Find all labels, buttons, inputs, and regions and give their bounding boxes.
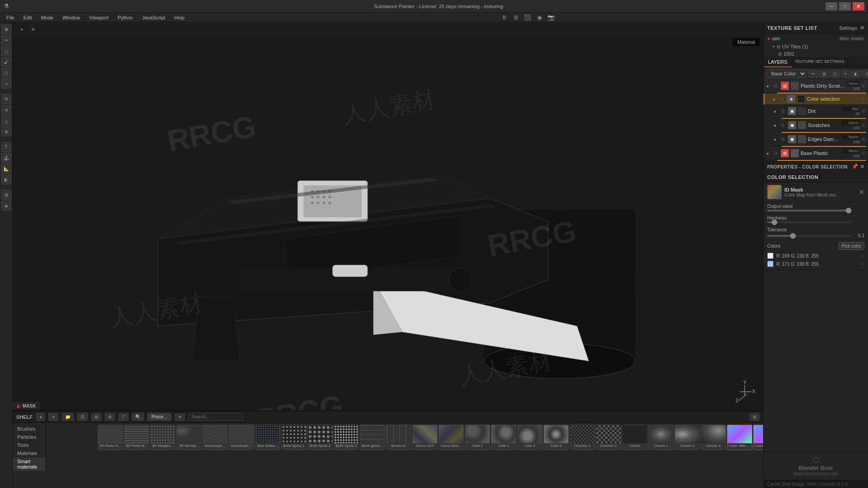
layer-eye-color-sel[interactable]: ●	[773, 97, 778, 102]
shelf-list-btn[interactable]: ☰	[77, 413, 88, 421]
layer-item-color-selection[interactable]: ● ⛓ ◈ Color selection ⊞	[764, 94, 868, 105]
shelf-item-21[interactable]: Clouds 1	[648, 425, 674, 450]
render-btn[interactable]: ◉	[534, 13, 544, 23]
tool-fill[interactable]: ⬡	[1, 68, 11, 78]
shelf-item-23[interactable]: Clouds 3	[701, 425, 726, 450]
tolerance-track[interactable]	[767, 235, 851, 237]
shelf-grid-view-btn[interactable]: ⊞	[750, 413, 760, 421]
add-layer-btn[interactable]: +	[841, 70, 850, 78]
menu-javascript[interactable]: JavaScript	[137, 14, 170, 21]
shelf-item-8[interactable]: BnW Spots 2	[307, 425, 333, 450]
shelf-item-20[interactable]: Circles	[622, 425, 647, 450]
shelf-expand-btn[interactable]: ◂	[36, 413, 45, 421]
menu-viewport[interactable]: Viewport	[85, 14, 113, 21]
menu-mode[interactable]: Mode	[37, 14, 58, 21]
shelf-cat-smart-materials[interactable]: Smart materials	[13, 457, 46, 471]
shelf-item-22[interactable]: Clouds 2	[675, 425, 700, 450]
shelf-item-11[interactable]: Bricks 01	[386, 425, 411, 450]
layer-item-base-plastic[interactable]: ● ⛓ ▤ Base Plastic Norm 100 ⊞	[764, 147, 868, 160]
color-swatch-2[interactable]	[767, 261, 774, 267]
layer-mask-btn[interactable]: ◐	[851, 70, 861, 78]
color-remove-2[interactable]: −	[862, 261, 864, 267]
shelf-item-14[interactable]: Cells 1	[465, 425, 490, 450]
properties-pin-btn[interactable]: 📌	[852, 164, 858, 170]
layer-eye-base[interactable]: ●	[766, 151, 772, 156]
shelf-grid-btn[interactable]: ⊞	[91, 413, 101, 421]
shelf-folder-btn[interactable]: 📁	[62, 413, 74, 421]
shelf-item-15[interactable]: Cells 2	[491, 425, 516, 450]
shelf-item-2[interactable]: 3D Simplex...	[150, 425, 175, 450]
shelf-bookmark-btn[interactable]: ⊕	[105, 413, 115, 421]
tool-clone[interactable]: ⧉	[1, 94, 11, 104]
color-swatch-1[interactable]	[767, 253, 774, 259]
shelf-tab-proce[interactable]: Proce...	[147, 413, 171, 421]
tab-texture-set-settings[interactable]: TEXTURE SET SETTINGS	[793, 57, 848, 67]
vp-back-btn[interactable]: ◂	[16, 24, 26, 34]
viewport-mode-label[interactable]: Material	[733, 38, 760, 46]
shelf-cat-particles[interactable]: Particles	[13, 433, 46, 441]
layer-item-edges-damages[interactable]: ● ⛓ ▣ Edges Damages Norm 100 ⊞	[764, 133, 868, 146]
layer-eye-scratches[interactable]: ●	[774, 123, 779, 128]
shelf-item-19[interactable]: Checker 2	[596, 425, 621, 450]
shelf-item-9[interactable]: BnW Spots 3	[334, 425, 359, 450]
vp-zoom-btn[interactable]: ⊕	[28, 24, 38, 34]
close-button[interactable]: ✕	[853, 2, 864, 10]
window-controls[interactable]: ─ □ ✕	[826, 2, 864, 10]
shelf-item-13[interactable]: Camo Woo...	[439, 425, 464, 450]
shelf-item-1[interactable]: 3D Perlin N...	[124, 425, 149, 450]
stamp-btn[interactable]: ⊞	[819, 70, 829, 78]
tool-bake[interactable]: ⊕	[1, 127, 11, 136]
id-mask-close-btn[interactable]: ✕	[859, 188, 864, 196]
tool-brush[interactable]: ✏	[1, 35, 11, 45]
close-texture-set-btn[interactable]: ✕	[860, 25, 864, 31]
properties-close-btn[interactable]: ✕	[860, 164, 864, 170]
tool-smudge[interactable]: ≋	[1, 105, 11, 115]
shelf-cat-tools[interactable]: Tools	[13, 441, 46, 449]
shelf-cat-brushes[interactable]: Brushes	[13, 425, 46, 433]
shelf-close-btn[interactable]: ✕	[48, 413, 58, 421]
output-value-track[interactable]	[767, 210, 851, 211]
tool-select[interactable]: ⊹	[1, 79, 11, 89]
shelf-cat-materials[interactable]: Materials	[13, 449, 46, 457]
menu-file[interactable]: File	[2, 14, 19, 21]
shelf-item-18[interactable]: Checker 1	[570, 425, 595, 450]
tool-extra1[interactable]: ⊞	[1, 190, 11, 200]
layer-eye-dirt[interactable]: ●	[774, 109, 779, 114]
shelf-item-12[interactable]: Camo UCP	[412, 425, 438, 450]
menu-window[interactable]: Window	[58, 14, 85, 21]
layer-item-dirt[interactable]: ● ⛓ ▣ Dirt Mul 25 ⊞	[764, 105, 868, 118]
tool-extra2[interactable]: ◈	[1, 201, 11, 211]
layer-item-scratches[interactable]: ● ⛓ ▣ Scratches Norm 100 ⊞	[764, 119, 868, 132]
hardness-track[interactable]	[767, 221, 851, 223]
uv-tiles-row[interactable]: ▾ ⊞ UV Tiles (1)	[764, 43, 868, 50]
channel-dropdown[interactable]: Base Color	[766, 69, 807, 78]
maximize-button[interactable]: □	[839, 2, 851, 10]
shelf-item-10[interactable]: Brick gener...	[360, 425, 385, 450]
shelf-item-5[interactable]: Anisotropic...	[229, 425, 254, 450]
properties-header[interactable]: PROPERTIES - COLOR SELECTION 📌 ✕	[764, 161, 868, 172]
eye-icon-uvs[interactable]: ●	[767, 36, 770, 41]
pick-color-btn[interactable]: Pick color	[839, 242, 864, 250]
shelf-item-24[interactable]: Color Jitter ...	[727, 425, 752, 450]
shelf-item-4[interactable]: Anisotropic...	[203, 425, 228, 450]
shelf-item-6[interactable]: Blue Noise...	[255, 425, 280, 450]
tool-geometry[interactable]: △	[1, 116, 11, 126]
tile-num-row[interactable]: ⊞ 1001	[764, 50, 868, 57]
shelf-item-25[interactable]: Color Jitter ...	[753, 425, 763, 450]
shelf-search-input[interactable]	[189, 413, 243, 421]
pause-btn[interactable]: ⏸	[499, 13, 509, 23]
menu-help[interactable]: Help	[170, 14, 189, 21]
paint-brush-btn[interactable]: ✏	[808, 70, 818, 78]
shelf-item-7[interactable]: BnW Spots 1	[281, 425, 307, 450]
shelf-item-3[interactable]: 3D Worley...	[176, 425, 202, 450]
texture-set-list-header[interactable]: TEXTURE SET LIST Settings ✕	[764, 23, 868, 34]
tool-text[interactable]: T	[1, 142, 11, 152]
tool-paint[interactable]: 🖌	[1, 57, 11, 67]
shelf-tab-close[interactable]: ✕	[175, 413, 185, 421]
texture-btn[interactable]: ⬛	[523, 13, 533, 23]
menu-edit[interactable]: Edit	[19, 14, 37, 21]
settings-link[interactable]: Settings	[840, 26, 857, 31]
layer-item-plastic-dirty-scratched[interactable]: ● ⛓ ▤ Plastic Dirty Scratched Norm 100 ⊞	[764, 80, 868, 93]
minimize-button[interactable]: ─	[826, 2, 837, 10]
tool-move[interactable]: ✥	[1, 24, 11, 34]
